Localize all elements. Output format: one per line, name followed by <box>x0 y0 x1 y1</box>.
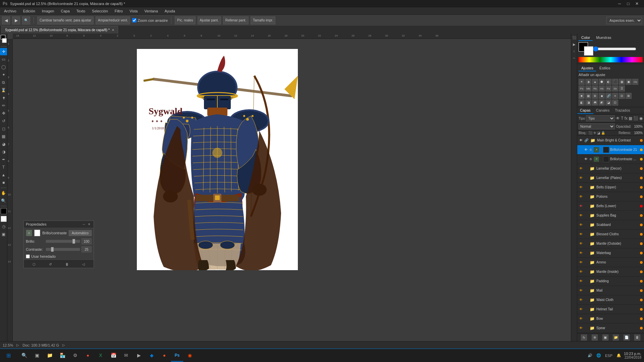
hand-tool[interactable]: ✋ <box>0 189 7 197</box>
zoom-tool-icon[interactable]: 🔍 <box>22 16 30 24</box>
clone-tool[interactable]: ✥ <box>0 110 7 117</box>
menu-vista[interactable]: Vista <box>127 8 140 14</box>
taskbar-pin3[interactable]: ● <box>158 350 170 362</box>
layer-eye-spear[interactable]: 👁 <box>579 326 583 330</box>
layer-eye-scabbard[interactable]: 👁 <box>579 223 583 227</box>
adj-icon-brightness[interactable]: ☀ <box>579 79 585 85</box>
brightness-slider-track[interactable] <box>46 240 80 243</box>
taskbar-mail[interactable]: ✉ <box>120 350 132 362</box>
brightness-value[interactable]: 100 <box>82 238 92 244</box>
close-button[interactable]: ✕ <box>633 0 641 7</box>
zoom-drag-input[interactable] <box>132 18 137 22</box>
adj-icon-align[interactable]: ⊠ <box>626 93 632 99</box>
layers-new-layer-button[interactable]: 📄 <box>624 335 630 341</box>
layers-filter-eye-icon[interactable]: 👁 <box>616 116 620 121</box>
layer-item-lamellar-decor[interactable]: 👁 📁 Lamellar (Decor) <box>577 164 644 173</box>
layer-eye-ammo[interactable]: 👁 <box>579 260 583 265</box>
move-tool[interactable]: ✛ <box>0 48 7 55</box>
adj-icon-posterize[interactable]: Rb <box>592 85 598 92</box>
bg-color-swatch[interactable] <box>2 38 7 43</box>
adj-icon-curves[interactable]: ▲ <box>592 79 598 85</box>
layer-eye-main-bright[interactable]: 👁 <box>579 138 583 143</box>
prop-reset-icon[interactable]: ↺ <box>49 262 52 266</box>
crop-tool[interactable]: ⧉ <box>0 79 7 86</box>
layers-add-mask-button[interactable]: ⊕ <box>592 335 598 341</box>
adj-icon-channel[interactable]: Pb <box>579 85 585 92</box>
path-select-tool[interactable]: ▲ <box>0 171 7 179</box>
layer-item-waist-cloth[interactable]: 👁 📁 Waist Cloth <box>577 295 644 305</box>
patch-tool[interactable]: ⧭ <box>0 94 7 102</box>
layer-eye-blessed-cloths[interactable]: 👁 <box>579 232 583 237</box>
text-tool[interactable]: T <box>0 164 7 171</box>
wand-tool[interactable]: ✦ <box>0 71 7 78</box>
layers-adj-layer-button[interactable]: ▣ <box>602 335 608 341</box>
layers-list[interactable]: 👁 🔗 📁 Main Bright & Contrast 👁 ⚙ ☀ Brill… <box>577 136 644 333</box>
adj-tab-ajustes[interactable]: Ajustes <box>579 65 596 71</box>
status-arrow-icon[interactable]: ▷ <box>62 343 65 347</box>
history-brush-tool[interactable]: ↺ <box>0 117 7 125</box>
lock-all-icon[interactable]: 🔒 <box>601 131 605 135</box>
adj-icon-colorbalance[interactable]: ▦ <box>619 79 625 85</box>
adj-icon-hue[interactable]: ⬛ <box>612 79 618 85</box>
brush-tool[interactable]: ✏ <box>0 102 7 109</box>
layer-eye-waterbag[interactable]: 👁 <box>579 251 583 255</box>
layer-item-mantle-inside[interactable]: 👁 📁 Mantle (Inside) <box>577 267 644 277</box>
dodge-tool[interactable]: ◑ <box>0 148 7 156</box>
adj-icon-r5[interactable]: ◪ <box>605 100 611 106</box>
taskbar-volume-icon[interactable]: 🔊 <box>586 353 594 358</box>
fg-color-tool[interactable] <box>1 208 7 214</box>
prop-minimize-icon[interactable]: ─ <box>82 222 86 227</box>
layer-eye-mantle-inside[interactable]: 👁 <box>579 269 583 274</box>
menu-texto[interactable]: Texto <box>74 8 88 14</box>
menu-ayuda[interactable]: Ayuda <box>162 8 178 14</box>
layer-eye-brillo21[interactable]: 👁 <box>584 147 588 152</box>
menu-seleccion[interactable]: Selección <box>89 8 111 14</box>
adj-icon-bw[interactable]: ▣ <box>626 79 632 85</box>
layer-eye-belts-upper[interactable]: 👁 <box>579 185 583 190</box>
contrast-slider-track[interactable] <box>46 248 80 251</box>
layer-item-main-bright[interactable]: 👁 🔗 📁 Main Bright & Contrast <box>577 136 644 145</box>
adj-icon-r3[interactable]: ⬒ <box>592 100 598 106</box>
marquee-tool[interactable]: ▭ <box>0 56 7 63</box>
use-legacy-checkbox[interactable] <box>26 254 30 258</box>
layer-item-bow[interactable]: 👁 📁 Bow <box>577 314 644 323</box>
taskbar-photoshop[interactable]: Ps <box>171 350 183 362</box>
adj-icon-photo[interactable]: Cb <box>632 79 638 85</box>
pen-tool[interactable]: ✒ <box>0 156 7 163</box>
actual-pixels-button[interactable]: Píc. reales <box>175 16 195 24</box>
adj-icon-threshold[interactable]: Hb <box>599 85 605 92</box>
bg-color-tool[interactable] <box>1 216 7 222</box>
layers-filter-toggle-icon[interactable]: ◉ <box>639 116 643 121</box>
adj-icon-link[interactable]: 🔗 <box>605 93 611 99</box>
print-size-button[interactable]: Tamaño impr. <box>251 16 275 24</box>
taskbar-pin1[interactable]: ▶ <box>133 350 145 362</box>
layer-eye-lamellar-decor[interactable]: 👁 <box>579 166 583 171</box>
layer-eye-mantle-outside[interactable]: 👁 <box>579 241 583 246</box>
taskbar-excel[interactable]: X <box>95 350 107 362</box>
fit-window-button[interactable]: Cambiar tamaño vent. para ajustar <box>37 16 94 24</box>
layer-item-scabbard[interactable]: 👁 📁 Scabbard <box>577 220 644 230</box>
menu-capa[interactable]: Capa <box>58 8 72 14</box>
prop-auto-button[interactable]: Automático <box>69 230 92 236</box>
adj-tab-estilos[interactable]: Estilos <box>597 65 613 71</box>
taskbar-pin2[interactable]: ◆ <box>146 350 158 362</box>
layer-eye-potions[interactable]: 👁 <box>579 194 583 199</box>
color-tab-color[interactable]: Color <box>579 35 593 41</box>
brightness-slider-handle[interactable] <box>72 239 75 244</box>
layers-new-group-button[interactable]: 📁 <box>613 335 619 341</box>
tool-back-icon[interactable]: ◀ <box>2 16 10 24</box>
lock-pixels-icon[interactable]: ⬛ <box>588 131 592 135</box>
taskbar-calendar[interactable]: 📅 <box>107 350 119 362</box>
adj-icon-smart[interactable]: ◆ <box>599 93 605 99</box>
screen-mode-tool[interactable]: ▣ <box>0 231 7 238</box>
color-gradient-bar[interactable] <box>579 57 643 62</box>
document-tab[interactable]: Sygwald.psd al 12.5% (Brillo/contraste 2… <box>1 26 118 34</box>
layer-eye-bow[interactable]: 👁 <box>579 316 583 321</box>
layer-item-belts-upper[interactable]: 👁 📁 Belts (Upper) <box>577 183 644 192</box>
taskbar-chrome[interactable]: ● <box>82 350 94 362</box>
shape-tool[interactable]: ■ <box>0 179 7 186</box>
fill-screen-button[interactable]: Rellenar pant. <box>223 16 249 24</box>
layer-item-brillo-copy[interactable]: 👁 ⚙ ☀ Brillo/contraste ... <box>577 155 644 164</box>
adj-icon-vibrance[interactable]: ◐ <box>605 79 611 85</box>
adj-icon-exposure[interactable]: ⬟ <box>599 79 605 85</box>
